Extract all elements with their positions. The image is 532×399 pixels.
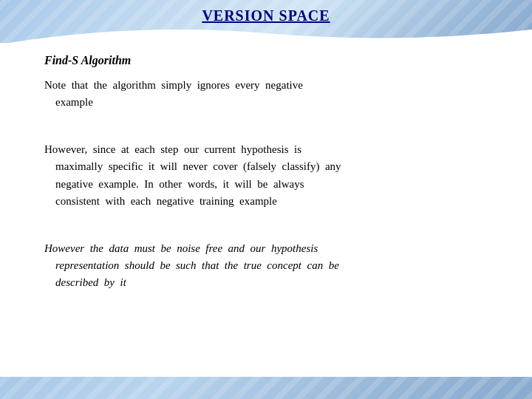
paragraph-1: Note that the algorithm simply ignores e… (44, 77, 502, 112)
bottom-strip (0, 377, 532, 399)
bottom-strip-stripes (0, 377, 532, 399)
main-content: Find-S Algorithm Note that the algorithm… (44, 52, 502, 369)
paragraph-3: However the data must be noise free and … (44, 240, 502, 292)
section-heading: Find-S Algorithm (44, 52, 502, 69)
wave-svg (0, 22, 532, 43)
paragraph-2: However, since at each step our current … (44, 141, 502, 210)
page-title: VERSION SPACE (202, 7, 330, 24)
